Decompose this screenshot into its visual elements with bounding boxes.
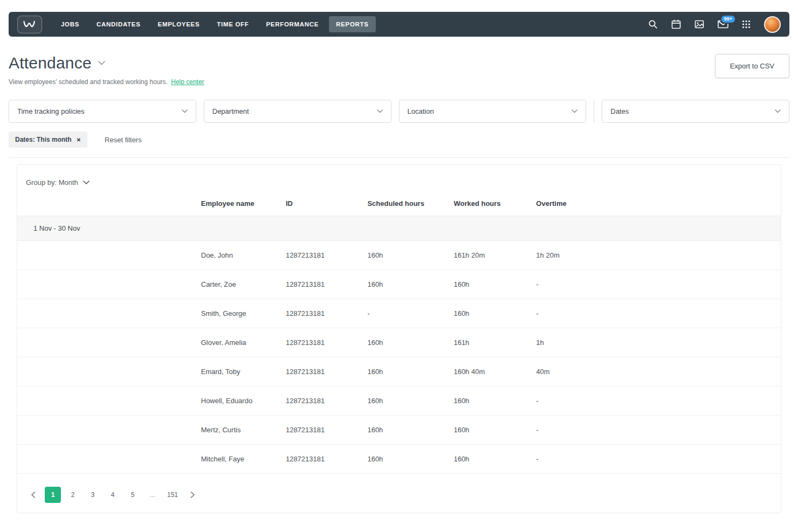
page-header: Attendance View employees' scheduled and…	[9, 37, 789, 86]
cell-worked: 160h	[449, 416, 532, 445]
nav-item-reports[interactable]: REPORTS	[329, 16, 375, 32]
cell-worked: 161h 20m	[449, 241, 532, 270]
pagination-page-4[interactable]: 4	[105, 487, 121, 503]
page-title: Attendance	[9, 54, 92, 72]
chevron-down-icon	[775, 109, 781, 113]
pagination-page-2[interactable]: 2	[65, 487, 81, 503]
mail-badge: 99+	[720, 15, 736, 24]
cell-group-spacer	[17, 299, 197, 328]
cell-name: Doe, John	[197, 241, 281, 270]
table-row[interactable]: Doe, John1287213181160h161h 20m1h 20m	[17, 241, 781, 270]
table-row[interactable]: Carter, Zoe1287213181160h160h-	[17, 270, 781, 299]
cell-overtime: -	[532, 299, 781, 328]
cell-scheduled: -	[363, 299, 449, 328]
table-row[interactable]: Smith, George1287213181-160h-	[17, 299, 781, 328]
chevron-down-icon	[377, 109, 383, 113]
cell-group-spacer	[17, 270, 197, 299]
cell-scheduled: 160h	[363, 328, 449, 357]
nav-right-icons: 99+	[648, 16, 781, 33]
reset-filters-button[interactable]: Reset filters	[105, 136, 142, 144]
pagination-page-3[interactable]: 3	[85, 487, 101, 503]
page: JOBSCANDIDATESEMPLOYEESTIME OFFPERFORMAN…	[0, 0, 798, 513]
table-group-row: 1 Nov - 30 Nov	[17, 216, 781, 241]
cell-worked: 160h 40m	[449, 357, 532, 386]
table-row[interactable]: Mitchell, Faye1287213181160h160h-	[17, 445, 781, 474]
cell-scheduled: 160h	[363, 416, 449, 445]
chevron-down-icon	[182, 109, 188, 113]
filter-dropdown-department[interactable]: Department	[204, 100, 391, 123]
pagination: 12345...151	[25, 487, 781, 503]
cell-overtime: -	[532, 416, 781, 445]
table-row[interactable]: Glover, Amelia1287213181160h161h1h	[17, 328, 781, 357]
cell-id: 1287213181	[281, 386, 363, 416]
cell-name: Emard, Toby	[197, 357, 281, 386]
dropdown-label: Location	[408, 107, 434, 115]
group-by-label: Group by: Month	[26, 178, 78, 186]
top-nav: JOBSCANDIDATESEMPLOYEESTIME OFFPERFORMAN…	[9, 12, 789, 37]
pagination-next-button[interactable]	[184, 487, 201, 503]
filter-bar: Time tracking policiesDepartmentLocation…	[9, 100, 789, 123]
table-row[interactable]: Mertz, Curtis1287213181160h160h-	[17, 416, 781, 445]
nav-menu: JOBSCANDIDATESEMPLOYEESTIME OFFPERFORMAN…	[54, 16, 376, 32]
cell-scheduled: 160h	[363, 357, 449, 386]
cell-group-spacer	[17, 357, 197, 386]
cell-name: Mitchell, Faye	[197, 445, 281, 474]
filter-chip-dates: Dates: This month ✕	[9, 132, 87, 148]
report-title-dropdown[interactable]: Attendance	[9, 54, 105, 72]
attendance-table: Employee name ID Scheduled hours Worked …	[17, 195, 781, 474]
cell-id: 1287213181	[281, 357, 363, 386]
col-employee-name: Employee name	[197, 195, 281, 216]
nav-item-performance[interactable]: PERFORMANCE	[259, 16, 326, 32]
logo-w-icon	[23, 19, 37, 29]
filter-dropdown-location[interactable]: Location	[399, 100, 587, 123]
cell-id: 1287213181	[281, 270, 363, 299]
table-row[interactable]: Howell, Eduardo1287213181160h160h-	[17, 386, 781, 416]
nav-item-candidates[interactable]: CANDIDATES	[90, 16, 147, 32]
pagination-page-1[interactable]: 1	[45, 487, 61, 503]
group-by-dropdown[interactable]: Group by: Month	[17, 165, 98, 195]
cell-overtime: -	[532, 270, 781, 299]
filter-dropdown-time-tracking-policies[interactable]: Time tracking policies	[9, 100, 196, 123]
cell-overtime: 1h 20m	[532, 241, 781, 270]
user-avatar[interactable]	[764, 16, 781, 33]
cell-name: Howell, Eduardo	[197, 386, 281, 416]
cell-group-spacer	[17, 386, 197, 416]
cell-worked: 160h	[449, 270, 532, 299]
col-scheduled-hours: Scheduled hours	[363, 195, 449, 216]
cell-name: Mertz, Curtis	[197, 416, 281, 445]
cell-id: 1287213181	[281, 416, 363, 445]
nav-item-jobs[interactable]: JOBS	[54, 16, 86, 32]
section-divider	[9, 157, 789, 158]
dropdown-label: Department	[212, 107, 249, 115]
nav-item-time-off[interactable]: TIME OFF	[210, 16, 256, 32]
col-worked-hours: Worked hours	[449, 195, 532, 216]
chevron-down-icon	[83, 181, 90, 185]
image-icon[interactable]	[694, 19, 704, 29]
pagination-page-5[interactable]: 5	[125, 487, 141, 503]
export-csv-button[interactable]: Export to CSV	[715, 54, 789, 78]
pagination-page-151[interactable]: 151	[164, 487, 181, 503]
remove-chip-icon[interactable]: ✕	[77, 137, 81, 143]
filter-dropdown-dates[interactable]: Dates	[602, 100, 789, 123]
table-row[interactable]: Emard, Toby1287213181160h160h 40m40m	[17, 357, 781, 386]
nav-item-employees[interactable]: EMPLOYEES	[151, 16, 207, 32]
cell-worked: 160h	[449, 386, 532, 416]
pagination-prev-button[interactable]	[25, 487, 41, 503]
cell-worked: 160h	[449, 299, 532, 328]
chevron-down-icon	[98, 61, 105, 65]
apps-grid-icon[interactable]	[742, 20, 751, 29]
filter-chips: Dates: This month ✕ Reset filters	[9, 132, 789, 148]
col-id: ID	[281, 195, 363, 216]
help-center-link[interactable]: Help center	[171, 78, 204, 86]
cell-group-spacer	[17, 445, 197, 474]
search-icon[interactable]	[648, 19, 658, 29]
cell-group-spacer	[17, 416, 197, 445]
cell-overtime: 40m	[532, 357, 781, 386]
mail-icon[interactable]: 99+	[718, 20, 728, 29]
cell-scheduled: 160h	[363, 445, 449, 474]
workable-logo[interactable]	[17, 16, 42, 33]
dropdown-label: Dates	[610, 107, 629, 115]
calendar-icon[interactable]	[671, 19, 681, 29]
cell-worked: 160h	[449, 445, 532, 474]
cell-overtime: 1h	[532, 328, 781, 357]
